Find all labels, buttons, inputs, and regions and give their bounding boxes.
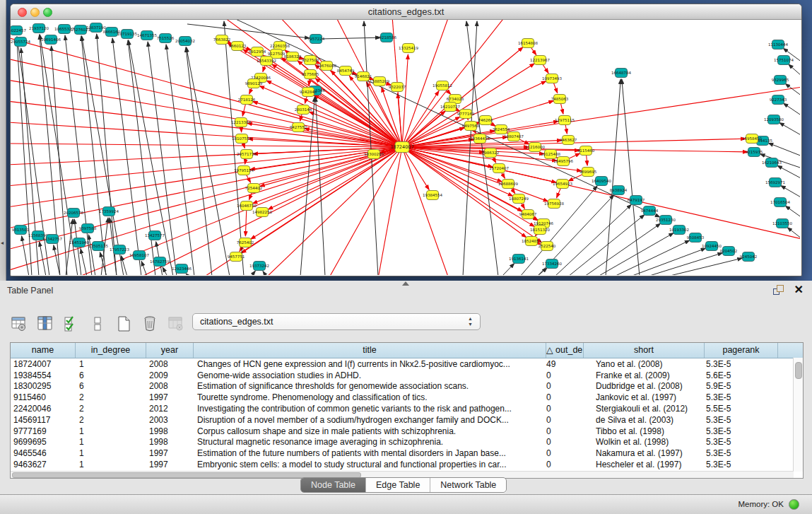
tab-edge-table[interactable]: Edge Table [366,478,430,492]
network-node[interactable]: 9215935 [746,148,763,157]
network-node[interactable]: 12923446 [172,264,192,274]
network-node[interactable]: 29571736 [237,150,257,159]
network-node[interactable]: 13427577 [145,231,165,240]
network-node[interactable]: 16210643 [762,158,782,168]
network-node[interactable]: 19795154 [234,166,254,175]
network-node[interactable]: 16154808 [518,39,538,48]
network-node[interactable]: 17957223 [110,245,129,255]
column-header-out_degree[interactable]: △ out_de... [546,343,584,358]
network-node[interactable]: 15751074 [774,56,794,65]
network-node[interactable]: 7663822 [213,35,231,45]
network-node[interactable]: 9313501 [12,226,30,235]
network-node[interactable]: 12103550 [772,219,792,228]
network-node[interactable]: 10958107 [129,251,149,260]
table-select-dropdown[interactable]: citations_edges.txt ▲▼ [192,313,481,330]
network-node[interactable]: 21937120 [29,24,49,33]
network-node[interactable]: 17016504 [770,198,790,207]
table-row[interactable]: 1872400712008Changes of HCN gene express… [11,358,803,370]
network-node[interactable]: 19136141 [509,255,529,264]
network-node[interactable]: 7957224 [307,35,325,44]
network-node[interactable]: 9329965 [772,76,789,85]
table-row[interactable]: 911546021997Tourette syndrome. Phenomeno… [11,392,803,403]
network-node[interactable]: 16648784 [611,69,631,78]
network-node[interactable]: 8427552 [290,123,307,132]
table-row[interactable]: 1830029562008Estimation of significance … [11,381,803,392]
network-node[interactable]: 9508453 [687,233,705,243]
create-table-button[interactable] [114,315,133,333]
network-node[interactable]: 16046730 [237,201,257,211]
float-panel-icon[interactable] [773,285,784,295]
network-node[interactable]: 10688609 [498,180,518,189]
memory-status-icon[interactable] [789,499,799,510]
network-node[interactable]: 8938924 [610,186,628,195]
network-node[interactable]: 8454749 [337,66,355,76]
network-node[interactable]: 9397588 [79,224,97,233]
network-node[interactable]: 2718126 [238,95,256,105]
column-header-short[interactable]: short [584,343,705,358]
network-node[interactable]: 19055812 [433,81,452,90]
network-node[interactable]: 7515526 [157,34,175,43]
network-node[interactable]: 9457751 [228,252,245,262]
network-node[interactable]: 8912954 [249,47,266,57]
show-columns-button[interactable] [36,315,54,333]
network-node[interactable]: 7254402 [245,184,263,193]
network-node[interactable]: 15720407 [489,164,509,173]
network-node[interactable]: 7485063 [551,95,569,104]
network-node[interactable]: 13325419 [399,44,418,53]
network-node[interactable]: 9484067 [519,210,537,219]
network-node[interactable]: 9699695 [579,168,597,177]
left-split-strip[interactable]: ◂ [0,0,6,281]
network-node[interactable]: 2803144 [295,105,312,115]
network-node[interactable]: 11130444 [768,40,788,49]
network-node[interactable]: 16782759 [150,257,170,267]
network-node[interactable]: 19384554 [423,191,442,200]
network-node[interactable]: 18107554 [232,134,252,144]
table-row[interactable]: 977716911998Corpus callosum shape and si… [11,426,803,437]
table-row[interactable]: 1456911722003Disruption of a novel membe… [11,414,803,426]
network-node[interactable]: 19756928 [544,199,564,209]
network-node[interactable]: 15692971 [765,178,785,187]
close-panel-icon[interactable]: ✕ [794,283,804,296]
network-node[interactable]: 17359924 [99,207,119,216]
network-node[interactable]: 6479197 [628,196,645,205]
network-window-titlebar[interactable]: citations_edges.txt [11,4,801,20]
network-node[interactable]: 19373242 [249,262,269,271]
network-node[interactable]: 12213967 [530,56,550,65]
network-node[interactable]: 2522540 [539,242,556,251]
network-node[interactable]: 7625402 [237,238,254,247]
network-node[interactable]: 10193302 [669,226,689,235]
network-node[interactable]: 8204502 [720,247,738,256]
network-node[interactable]: 9115460 [577,146,595,156]
network-node[interactable]: 8186328 [284,52,302,62]
network-node[interactable]: 10924450 [702,242,722,251]
deselect-all-button[interactable] [88,315,107,333]
table-row[interactable]: 946362711997Embryonic stem cells: a mode… [11,459,803,470]
network-node[interactable]: 9227343 [770,95,787,105]
column-header-name[interactable]: name [11,343,76,358]
tab-node-table[interactable]: Node Table [301,478,366,492]
table-row[interactable]: 969969511998Structural magnetic resonanc… [11,437,803,448]
network-node[interactable]: 20054032 [175,37,195,46]
network-node[interactable]: 15885209 [370,77,389,86]
network-node[interactable]: 16022457 [11,26,26,35]
network-node[interactable]: 20691406 [41,35,61,45]
column-header-year[interactable]: year [146,343,194,358]
network-node[interactable]: 9245042 [740,252,758,262]
vertical-scrollbar[interactable] [793,358,803,472]
network-node[interactable]: 9175685 [302,70,319,79]
network-node[interactable]: 9660123 [229,42,247,51]
network-node[interactable]: 9474444 [641,206,659,216]
network-node[interactable]: 16409540 [592,177,611,186]
table-row[interactable]: 1938455462009Genome-wide association stu… [11,370,803,381]
network-node[interactable]: 10719135 [117,30,137,39]
network-node[interactable]: 29055724 [11,37,30,47]
table-settings-button[interactable] [10,315,28,333]
destroy-table-button[interactable] [167,315,185,333]
select-all-button[interactable] [62,315,81,333]
table-row[interactable]: 946554611997Estimation of the future num… [11,448,803,459]
column-header-in_degree[interactable]: in_degree [76,343,146,358]
vertical-scrollbar-thumb[interactable] [795,362,802,379]
table-row[interactable]: 2242004622012Investigating the contribut… [11,403,803,414]
column-header-pagerank[interactable]: pagerank [705,343,778,358]
network-node[interactable]: 746266 [478,116,493,125]
